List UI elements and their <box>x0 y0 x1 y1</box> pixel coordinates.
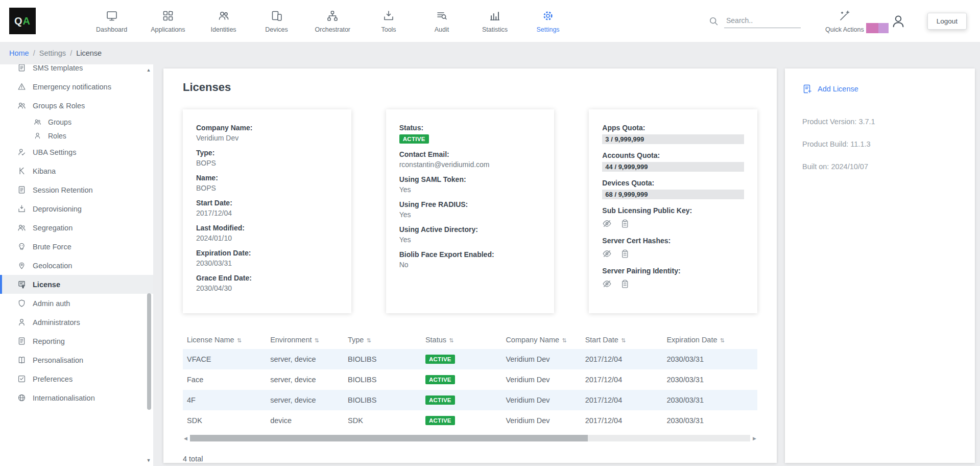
sidebar-item-uba-settings[interactable]: UBA Settings <box>0 143 153 161</box>
column-label: Start Date <box>585 336 618 344</box>
column-header-license-name[interactable]: License Name⇅ <box>183 331 266 349</box>
secret-label: Server Cert Hashes: <box>602 237 744 245</box>
nav-item-audit[interactable]: Audit <box>427 9 457 33</box>
cell-license-name: VFACE <box>183 349 266 369</box>
column-header-start-date[interactable]: Start Date⇅ <box>581 331 663 349</box>
sidebar-item-segregation[interactable]: Segregation <box>0 218 153 237</box>
sidebar-item-internationalisation[interactable]: Internationalisation <box>0 388 153 407</box>
dashboard-icon <box>106 9 118 22</box>
sidebar-item-label: Groups & Roles <box>33 102 85 110</box>
eye-off-icon[interactable] <box>602 279 612 289</box>
nav-item-settings[interactable]: Settings <box>533 9 563 33</box>
sidebar-item-license[interactable]: License <box>0 275 153 294</box>
sidebar-item-emergency-notifications[interactable]: Emergency notifications <box>0 77 153 96</box>
sidebar-item-geolocation[interactable]: Geolocation <box>0 256 153 275</box>
nav-item-statistics[interactable]: Statistics <box>480 9 510 33</box>
segregation-icon <box>17 223 26 232</box>
field-value: Yes <box>399 185 541 194</box>
field-value: BOPS <box>196 184 338 192</box>
cell-status: ACTIVE <box>421 349 502 369</box>
cell-expiration-date: 2030/03/31 <box>662 410 757 431</box>
logout-button[interactable]: Logout <box>927 13 967 30</box>
quota-progress-bar: 3 / 9,999,999 <box>602 134 744 144</box>
nav-item-identities[interactable]: Identities <box>209 9 238 33</box>
license-info-cards: Company Name:Veridium Dev Type:BOPS Name… <box>183 109 757 313</box>
sidebar-item-administrators[interactable]: Administrators <box>0 313 153 332</box>
field-value: 2030/04/30 <box>196 284 338 292</box>
sidebar-item-groups[interactable]: Groups <box>0 115 153 129</box>
breadcrumb-separator: / <box>33 49 35 57</box>
sort-icon[interactable]: ⇅ <box>720 337 725 343</box>
sort-icon[interactable]: ⇅ <box>315 337 319 343</box>
nav-item-dashboard[interactable]: Dashboard <box>96 9 127 33</box>
cell-license-name: Face <box>183 369 266 390</box>
copy-icon[interactable] <box>620 279 630 289</box>
nav-item-tools[interactable]: Tools <box>374 9 403 33</box>
breadcrumb-home-link[interactable]: Home <box>9 49 29 57</box>
sort-icon[interactable]: ⇅ <box>562 337 566 343</box>
sort-icon[interactable]: ⇅ <box>237 337 242 343</box>
search-input[interactable] <box>724 14 801 28</box>
status-badge: ACTIVE <box>425 395 455 405</box>
scrollbar-track[interactable] <box>190 435 750 441</box>
table-row[interactable]: Face server, device BIOLIBS ACTIVE Verid… <box>183 369 757 390</box>
sidebar-item-deprovisioning[interactable]: Deprovisioning <box>0 199 153 218</box>
sidebar-item-kibana[interactable]: Kibana <box>0 161 153 180</box>
sidebar-scroll-up-icon[interactable]: ▲ <box>145 67 152 73</box>
field-label: Type: <box>196 149 338 157</box>
sidebar-item-session-retention[interactable]: Session Retention <box>0 180 153 199</box>
eye-off-icon[interactable] <box>602 219 612 228</box>
field-label: Biolib Face Export Enabled: <box>399 250 541 259</box>
column-header-company-name[interactable]: Company Name⇅ <box>501 331 581 349</box>
quick-actions-button[interactable]: Quick Actions <box>825 9 864 33</box>
column-header-status[interactable]: Status⇅ <box>421 331 502 349</box>
table-row[interactable]: 4F server, device BIOLIBS ACTIVE Veridiu… <box>183 390 757 410</box>
nav-item-label: Statistics <box>482 26 508 33</box>
column-header-expiration-date[interactable]: Expiration Date⇅ <box>662 331 757 349</box>
eye-off-icon[interactable] <box>602 249 612 259</box>
sidebar-item-label: Geolocation <box>33 262 72 270</box>
user-menu[interactable] <box>891 13 906 29</box>
sidebar-item-roles[interactable]: Roles <box>0 129 153 143</box>
table-horizontal-scrollbar[interactable]: ◀ ▶ <box>183 435 757 441</box>
geolocation-icon <box>17 261 26 270</box>
sidebar-item-groups-roles[interactable]: Groups & Roles <box>0 96 153 115</box>
scroll-right-icon[interactable]: ▶ <box>752 436 757 441</box>
sidebar-item-label: Roles <box>48 132 66 140</box>
sidebar-item-personalisation[interactable]: Personalisation <box>0 351 153 369</box>
scroll-left-icon[interactable]: ◀ <box>183 436 188 441</box>
nav-item-applications[interactable]: Applications <box>151 9 185 33</box>
app-logo[interactable]: QA <box>9 8 36 34</box>
settings-icon <box>542 9 554 22</box>
nav-item-orchestrator[interactable]: Orchestrator <box>315 9 350 33</box>
breadcrumb-settings-link[interactable]: Settings <box>39 49 66 57</box>
sidebar-scrollbar-thumb[interactable] <box>147 293 151 410</box>
sort-icon[interactable]: ⇅ <box>366 337 371 343</box>
sort-icon[interactable]: ⇅ <box>621 337 626 343</box>
field-value: 2017/12/04 <box>196 209 338 217</box>
add-license-button[interactable]: Add License <box>802 84 958 94</box>
quotas-card: Apps Quota:3 / 9,999,999 Accounts Quota:… <box>589 109 757 313</box>
cell-company-name: Veridium Dev <box>501 349 581 369</box>
nav-item-devices[interactable]: Devices <box>262 9 292 33</box>
sidebar-item-admin-auth[interactable]: Admin auth <box>0 294 153 313</box>
copy-icon[interactable] <box>620 249 630 259</box>
search-icon[interactable] <box>708 16 719 27</box>
sort-icon[interactable]: ⇅ <box>449 337 453 343</box>
cell-expiration-date: 2030/03/31 <box>662 349 757 369</box>
scrollbar-thumb[interactable] <box>190 435 588 441</box>
column-header-type[interactable]: Type⇅ <box>344 331 421 349</box>
sidebar-scroll-down-icon[interactable]: ▼ <box>145 458 152 463</box>
sidebar-item-reporting[interactable]: Reporting <box>0 332 153 351</box>
avatar-icon <box>891 13 906 29</box>
emergency-notifications-icon <box>17 82 26 91</box>
sidebar-item-brute-force[interactable]: Brute Force <box>0 237 153 256</box>
column-header-environment[interactable]: Environment⇅ <box>266 331 344 349</box>
sidebar-item-preferences[interactable]: Preferences <box>0 369 153 388</box>
preferences-icon <box>17 375 26 383</box>
sidebar-item-sms-templates[interactable]: SMS templates <box>0 64 153 77</box>
table-row[interactable]: SDK device SDK ACTIVE Veridium Dev 2017/… <box>183 410 757 431</box>
table-row[interactable]: VFACE server, device BIOLIBS ACTIVE Veri… <box>183 349 757 369</box>
copy-icon[interactable] <box>620 219 630 228</box>
status-badge: ACTIVE <box>425 375 455 384</box>
